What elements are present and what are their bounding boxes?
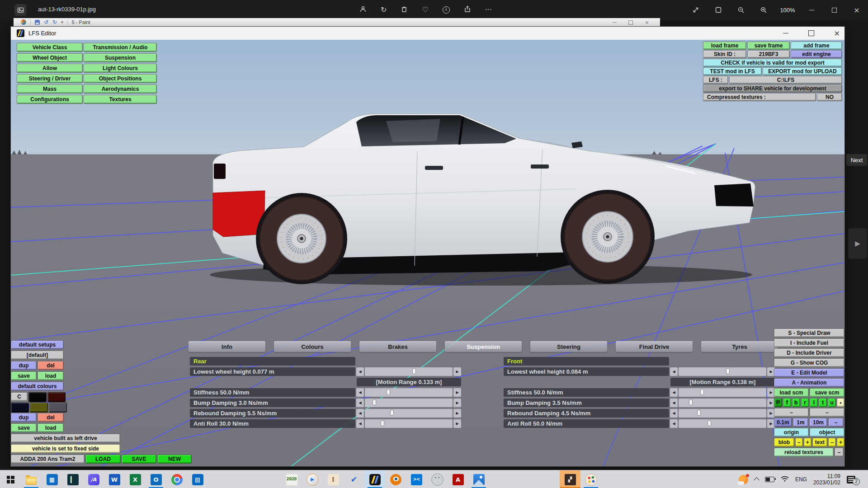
colour-swatch[interactable] (47, 392, 66, 402)
save-scm-button[interactable]: save scm (810, 388, 844, 397)
lfs-titlebar[interactable]: LFS Editor × (11, 27, 844, 40)
left-drive-button[interactable]: vehicle built as left drive (11, 434, 120, 443)
slider-track[interactable] (679, 388, 766, 397)
compressed-textures-toggle[interactable]: NO (817, 93, 842, 101)
grid-scale-button[interactable]: 0.1m (774, 418, 792, 427)
current-setup-button[interactable]: [default] (11, 351, 64, 360)
tab[interactable]: Steering (530, 341, 607, 352)
minimize-icon[interactable] (783, 33, 788, 33)
menu-button[interactable]: Light Colours (84, 64, 157, 73)
export-mod-button[interactable]: EXPORT mod for UPLOAD (763, 67, 842, 75)
text-minus-button[interactable]: – (828, 438, 836, 447)
slider-thumb[interactable] (390, 410, 394, 416)
check-vehicle-button[interactable]: CHECK if vehicle is valid for mod export (703, 59, 842, 67)
taskbar-app-a-slash-app[interactable]: /A (83, 470, 104, 488)
grid-scale-button[interactable]: 1m (793, 418, 808, 427)
taskbar-app-photos[interactable] (468, 470, 489, 488)
slider-thumb[interactable] (387, 389, 390, 395)
taskbar-app-excel[interactable]: X (125, 470, 146, 488)
vehicle-model[interactable] (210, 114, 755, 286)
view-letter-toggle[interactable]: b (792, 398, 800, 407)
slider-increase-button[interactable]: ▶ (453, 367, 461, 376)
colour-c-button[interactable]: C (11, 392, 28, 401)
slider-thumb[interactable] (708, 420, 711, 426)
maximize-icon[interactable] (808, 30, 814, 36)
fullscreen-icon[interactable] (684, 0, 707, 20)
slider-decrease-button[interactable]: ◀ (356, 419, 364, 428)
save-frame-button[interactable]: save frame (747, 42, 790, 50)
test-mod-button[interactable]: TEST mod in LFS (703, 67, 762, 75)
view-letter-toggle[interactable]: r (801, 398, 809, 407)
taskbar-app-blender[interactable] (385, 470, 406, 488)
slider-decrease-button[interactable]: ◀ (670, 367, 678, 376)
reload-minus-button[interactable]: – (835, 448, 844, 457)
slider-decrease-button[interactable]: ◀ (356, 399, 364, 407)
minimize-icon[interactable] (613, 22, 617, 23)
view-letter-toggle[interactable]: f (783, 398, 791, 407)
object-button[interactable]: object (810, 428, 844, 437)
save-icon[interactable] (35, 20, 40, 25)
menu-button[interactable]: Allow (17, 64, 83, 73)
default-colours-button[interactable]: default colours (11, 382, 64, 391)
menu-button[interactable]: Suspension (84, 53, 157, 62)
slider-thumb[interactable] (412, 368, 416, 374)
wifi-icon[interactable] (781, 475, 789, 483)
setup-del-button[interactable]: del (38, 361, 64, 370)
tab[interactable]: Tyres (701, 341, 778, 352)
taskbar-app-media-player[interactable]: ▶ (302, 470, 323, 488)
grid-scale-button[interactable]: 10m (809, 418, 827, 427)
colour-swatch[interactable] (30, 403, 48, 413)
tab[interactable]: Brakes (359, 341, 436, 352)
edit-model-button[interactable]: E - Edit Model (774, 368, 844, 377)
tab[interactable]: Final Drive (616, 341, 693, 352)
slider-increase-button[interactable]: ▶ (453, 399, 461, 407)
slider-track[interactable] (365, 399, 453, 407)
blob-button[interactable]: blob (774, 438, 794, 447)
close-icon[interactable]: × (834, 29, 840, 38)
taskbar-app-outlook[interactable]: O (146, 470, 166, 488)
more-icon[interactable]: ··· (485, 6, 492, 14)
delete-icon[interactable] (401, 5, 408, 14)
slider-track[interactable] (365, 409, 453, 418)
text-plus-button[interactable]: + (837, 438, 844, 447)
vehicle-save-button[interactable]: SAVE (122, 455, 156, 464)
setup-save-button[interactable]: save (11, 371, 37, 380)
slider-track[interactable] (679, 367, 766, 376)
menu-button[interactable]: Mass (17, 84, 83, 94)
paint-window-titlebar[interactable]: ↺ ↻ ▾ 5 - Paint × (14, 18, 660, 27)
setup-load-button[interactable]: load (38, 371, 64, 380)
slider-track[interactable] (365, 388, 453, 397)
taskbar-app-column-pro[interactable]: I (323, 470, 344, 488)
tab[interactable]: Colours (274, 341, 351, 352)
slider-track[interactable] (365, 367, 453, 376)
menu-button[interactable]: Textures (84, 95, 157, 104)
view-letter-toggle[interactable]: l (810, 398, 818, 407)
taskbar-app-todo[interactable]: ✔ (344, 470, 364, 488)
favorite-icon[interactable]: ♡ (422, 6, 428, 14)
fixed-side-button[interactable]: vehicle is set to fixed side (11, 444, 120, 453)
lfs-path-value[interactable]: C:\LFS (729, 76, 842, 84)
edit-person-icon[interactable] (359, 5, 367, 14)
weather-icon[interactable] (739, 475, 748, 484)
slider-thumb[interactable] (697, 410, 701, 416)
vehicle-load-button[interactable]: LOAD (85, 455, 121, 464)
taskbar-app-acrobat[interactable]: A (448, 470, 468, 488)
load-scm-button[interactable]: load scm (774, 388, 809, 397)
vehicle-name-field[interactable]: ADDA 200 Ans Tram2 (11, 455, 85, 464)
taskbar-app-calculator[interactable]: ▤ (187, 470, 208, 488)
slider-thumb[interactable] (726, 368, 730, 374)
clock[interactable]: 11:09 2023/01/02 (813, 473, 840, 486)
slider-track[interactable] (679, 419, 766, 428)
photos-app-icon[interactable] (14, 4, 26, 16)
taskbar-app-paint[interactable] (580, 470, 601, 488)
slider-decrease-button[interactable]: ◀ (356, 367, 364, 376)
default-setups-button[interactable]: default setups (11, 340, 64, 349)
slider-track[interactable] (679, 399, 766, 407)
menu-button[interactable]: Object Positions (84, 74, 157, 83)
vehicle-new-button[interactable]: NEW (157, 455, 192, 464)
slider-decrease-button[interactable]: ◀ (670, 399, 678, 407)
grid-scale-button[interactable]: – (828, 418, 844, 427)
blob-plus-button[interactable]: + (804, 438, 811, 447)
menu-button[interactable]: Wheel Object (17, 53, 83, 62)
slider-thumb[interactable] (700, 389, 704, 395)
